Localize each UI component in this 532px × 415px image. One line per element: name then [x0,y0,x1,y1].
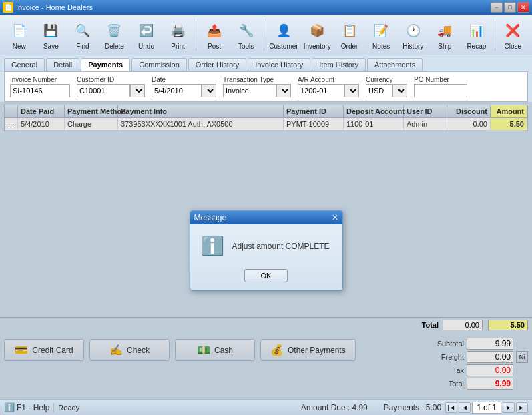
status-separator-1 [53,403,54,412]
ship-button[interactable]: 🚚 Ship [430,17,461,52]
tab-invoice-history[interactable]: Invoice History [248,58,310,71]
close-button[interactable]: ✕ [517,2,529,13]
recap-icon: 📊 [466,20,487,41]
tools-icon: 🔧 [236,20,257,41]
currency-field: Currency [366,76,407,97]
tools-button[interactable]: 🔧 Tools [231,17,262,52]
close-toolbar-button[interactable]: ❌ Close [498,17,529,52]
next-page-button[interactable]: ► [503,402,515,413]
message-dialog: Message ✕ ℹ️ Adjust amount COMPLETE OK [190,210,343,291]
modal-body: ℹ️ Adjust amount COMPLETE [190,224,342,265]
main-window: 📄 New 💾 Save 🔍 Find 🗑️ Delete ↩️ Undo 🖨️… [0,15,532,415]
date-label: Date [152,76,216,83]
save-button[interactable]: 💾 Save [36,17,67,52]
toolbar-separator-3 [495,19,495,51]
modal-close-button[interactable]: ✕ [332,213,338,222]
title-bar: 📄 Invoice - Home Dealers − □ ✕ [0,0,532,15]
tab-item-history[interactable]: Item History [312,58,366,71]
transaction-type-field: Transaction Type [223,76,291,97]
app-icon: 📄 [3,2,13,13]
customer-icon: 👤 [273,20,294,41]
customer-label: Customer [269,43,298,50]
tab-detail[interactable]: Detail [46,58,79,71]
undo-button[interactable]: ↩️ Undo [131,17,162,52]
page-total: 1 [492,403,497,412]
customer-id-select[interactable] [130,84,145,97]
print-icon: 🖨️ [168,20,189,41]
tab-commission[interactable]: Commission [131,58,187,71]
find-icon: 🔍 [72,20,93,41]
date-field: Date [152,76,216,97]
transaction-type-input[interactable] [223,84,276,97]
print-label: Print [171,43,185,50]
date-input[interactable] [152,84,202,97]
notes-button[interactable]: 📝 Notes [366,17,396,52]
recap-button[interactable]: 📊 Recap [461,17,492,52]
order-button[interactable]: 📋 Order [334,17,365,52]
toolbar: 📄 New 💾 Save 🔍 Find 🗑️ Delete ↩️ Undo 🖨️… [0,15,532,55]
pagination: |◄ ◄ 1 of 1 ► ►| [445,402,528,414]
tab-payments[interactable]: Payments [81,58,130,71]
transaction-type-select[interactable] [276,84,291,97]
close-toolbar-icon: ❌ [502,20,523,41]
last-page-button[interactable]: ►| [516,402,528,413]
recap-label: Recap [467,43,486,50]
delete-button[interactable]: 🗑️ Delete [99,17,130,52]
page-current: 1 [477,403,481,412]
post-icon: 📤 [204,20,225,41]
po-number-input[interactable] [414,84,467,97]
minimize-button[interactable]: − [491,2,503,13]
notes-label: Notes [372,43,390,50]
window-controls: − □ ✕ [491,2,529,13]
tab-bar: General Detail Payments Commission Order… [0,55,532,71]
ar-account-input[interactable] [298,84,344,97]
new-icon: 📄 [9,20,30,41]
customer-id-label: Customer ID [77,76,145,83]
customer-id-input[interactable] [77,84,130,97]
tab-order-history[interactable]: Order History [188,58,246,71]
customer-button[interactable]: 👤 Customer [267,17,300,52]
tab-general[interactable]: General [4,58,45,71]
post-button[interactable]: 📤 Post [199,17,230,52]
ship-label: Ship [438,43,451,50]
payments-label: Payments : [384,403,424,412]
first-page-button[interactable]: |◄ [445,402,457,413]
modal-title-bar: Message ✕ [190,211,342,224]
modal-ok-button[interactable]: OK [244,269,288,282]
currency-label: Currency [366,76,407,83]
status-ready: Ready [58,404,297,412]
find-label: Find [76,43,89,50]
currency-input[interactable] [366,84,392,97]
history-button[interactable]: 🕐 History [398,17,429,52]
inventory-label: Inventory [304,43,331,50]
tab-attachments[interactable]: Attachments [367,58,423,71]
prev-page-button[interactable]: ◄ [459,402,471,413]
history-icon: 🕐 [403,20,424,41]
delete-icon: 🗑️ [103,20,125,41]
ship-icon: 🚚 [434,20,455,41]
order-icon: 📋 [339,20,360,41]
po-number-label: PO Number [414,76,467,83]
modal-footer: OK [190,265,342,290]
inventory-button[interactable]: 📦 Inventory [302,17,333,52]
save-icon: 💾 [40,20,61,41]
invoice-form: Invoice Number Customer ID Date Transact… [4,71,528,102]
invoice-number-input[interactable] [10,84,70,97]
print-button[interactable]: 🖨️ Print [163,17,194,52]
ar-account-select[interactable] [344,84,359,97]
undo-label: Undo [138,43,154,50]
modal-info-icon: ℹ️ [201,235,224,257]
order-label: Order [341,43,358,50]
help-icon: ℹ️ [4,402,15,412]
page-of: of [483,403,492,412]
date-select[interactable] [202,84,216,97]
inner-content: Date Paid Payment Method Payment Info Pa… [0,102,532,399]
new-button[interactable]: 📄 New [4,17,35,52]
invoice-number-label: Invoice Number [10,76,70,83]
modal-title: Message [194,213,227,222]
modal-message: Adjust amount COMPLETE [232,242,330,251]
currency-select[interactable] [392,84,407,97]
maximize-button[interactable]: □ [504,2,516,13]
find-button[interactable]: 🔍 Find [67,17,98,52]
amount-due-value: 4.99 [352,403,367,412]
